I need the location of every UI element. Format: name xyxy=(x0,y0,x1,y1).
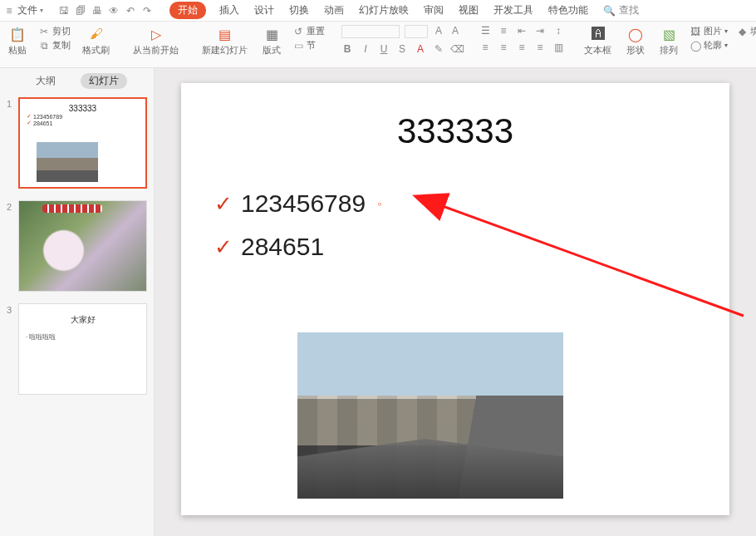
reset-icon: ↺ xyxy=(292,26,304,37)
undo-icon[interactable]: ↶ xyxy=(125,5,136,17)
workspace: 大纲 幻灯片 1 333333 ✓123456789 ✓284651 2 xyxy=(0,68,756,536)
new-slide-icon: ▤ xyxy=(218,25,231,43)
search-box[interactable]: 🔍 查找 xyxy=(603,3,639,17)
side-tabs: 大纲 幻灯片 xyxy=(0,68,154,94)
fill-icon: ◆ xyxy=(736,26,748,37)
align-center-icon[interactable]: ≡ xyxy=(498,42,509,53)
indent-dec-icon[interactable]: ⇤ xyxy=(516,25,528,37)
size-box[interactable] xyxy=(405,25,428,38)
thumb-number: 2 xyxy=(7,200,13,292)
canvas-area: 333333 ✓ 123456789 ◦ ✓ 284651 xyxy=(155,68,756,536)
line-spacing-icon[interactable]: ↕ xyxy=(552,25,564,37)
thumbnail-2[interactable] xyxy=(18,200,147,292)
new-slide-label: 新建幻灯片 xyxy=(202,44,248,57)
save-as-icon[interactable]: 🗐 xyxy=(75,5,86,17)
slide[interactable]: 333333 ✓ 123456789 ◦ ✓ 284651 xyxy=(181,83,729,515)
thumb-image xyxy=(19,201,146,291)
play-icon: ▷ xyxy=(151,25,161,43)
redo-icon[interactable]: ↷ xyxy=(141,5,153,17)
arrange-label: 排列 xyxy=(660,44,678,57)
tab-dev[interactable]: 开发工具 xyxy=(492,2,535,19)
clipboard-side: ✂剪切 ⧉复制 xyxy=(38,25,71,52)
shapes-group[interactable]: ◯ 形状 xyxy=(623,25,648,57)
copy-icon: ⧉ xyxy=(38,40,50,52)
search-label: 查找 xyxy=(619,3,639,17)
textbox-label: 文本框 xyxy=(584,44,611,57)
paste-icon: 📋 xyxy=(9,25,26,43)
bullet-item[interactable]: ✓ 123456789 ◦ xyxy=(214,189,696,218)
slide-side: ↺重置 ▭节 xyxy=(292,25,325,52)
pictures-button[interactable]: 🖼图片▾ xyxy=(690,25,728,37)
outline-icon: ◯ xyxy=(690,40,701,52)
slides-tab[interactable]: 幻灯片 xyxy=(81,73,127,89)
tab-animation[interactable]: 动画 xyxy=(322,2,346,19)
highlight-icon[interactable]: ✎ xyxy=(433,43,444,55)
slide-panel: 大纲 幻灯片 1 333333 ✓123456789 ✓284651 2 xyxy=(0,68,155,536)
tab-special[interactable]: 特色功能 xyxy=(547,2,590,19)
bullet-item[interactable]: ✓ 284651 xyxy=(214,233,696,261)
font-color-icon[interactable]: A xyxy=(415,43,426,55)
new-slide-group[interactable]: ▤ 新建幻灯片 xyxy=(199,25,251,57)
textbox-group[interactable]: 🅰 文本框 xyxy=(581,25,615,57)
tab-design[interactable]: 设计 xyxy=(253,2,276,19)
thumbnail-1[interactable]: 333333 ✓123456789 ✓284651 xyxy=(18,97,147,189)
section-button[interactable]: ▭节 xyxy=(292,39,325,52)
tab-view[interactable]: 视图 xyxy=(457,2,480,19)
cut-button[interactable]: ✂剪切 xyxy=(38,25,71,37)
align-right-icon[interactable]: ≡ xyxy=(516,42,528,53)
numbering-icon[interactable]: ≡ xyxy=(498,25,509,37)
thumb-bullet: ✓284651 xyxy=(27,120,139,126)
file-menu[interactable]: ≡ 文件 ▾ xyxy=(3,3,43,17)
font-box[interactable] xyxy=(341,25,400,38)
arrange-icon: ▧ xyxy=(663,25,675,43)
tab-insert[interactable]: 插入 xyxy=(218,2,241,19)
bullets-icon[interactable]: ☰ xyxy=(479,25,491,37)
thumbnails: 1 333333 ✓123456789 ✓284651 2 3 大家好 xyxy=(0,94,154,536)
indent-inc-icon[interactable]: ⇥ xyxy=(534,25,546,37)
search-icon: 🔍 xyxy=(603,5,616,17)
textbox-icon: 🅰 xyxy=(592,25,605,43)
brush-icon: 🖌 xyxy=(90,25,103,43)
strike-icon[interactable]: S xyxy=(396,43,408,55)
fill-button[interactable]: ◆填充▾ xyxy=(736,25,756,37)
tab-slideshow[interactable]: 幻灯片放映 xyxy=(357,2,410,19)
format-painter-group[interactable]: 🖌 格式刷 xyxy=(79,25,113,57)
slide-title[interactable]: 333333 xyxy=(214,111,696,151)
paste-group[interactable]: 📋 粘贴 xyxy=(5,25,30,57)
fill-label: 填充 xyxy=(750,25,756,37)
cursor-dot-icon: ◦ xyxy=(377,197,381,210)
copy-button[interactable]: ⧉复制 xyxy=(38,39,71,52)
tab-start[interactable]: 开始 xyxy=(169,2,206,19)
grow-font-icon[interactable]: A xyxy=(433,25,444,37)
print-icon[interactable]: 🖶 xyxy=(91,5,103,17)
slide-bullets[interactable]: ✓ 123456789 ◦ ✓ 284651 xyxy=(214,189,696,261)
slide-image[interactable] xyxy=(297,332,563,499)
check-icon: ✓ xyxy=(27,113,32,120)
outline-button[interactable]: ◯轮廓▾ xyxy=(690,39,728,52)
reset-button[interactable]: ↺重置 xyxy=(292,25,325,37)
shapes-icon: ◯ xyxy=(628,25,643,43)
thumbnail-3[interactable]: 大家好 · 啦啦啦啦 xyxy=(18,303,147,395)
copy-label: 复制 xyxy=(52,39,71,52)
layout-group[interactable]: ▦ 版式 xyxy=(259,25,284,57)
columns-icon[interactable]: ▥ xyxy=(552,42,564,53)
clear-format-icon[interactable]: ⌫ xyxy=(451,43,463,55)
bullet-text: 123456789 xyxy=(241,189,366,218)
outline-tab[interactable]: 大纲 xyxy=(27,73,64,89)
paragraph-tools: ☰ ≡ ⇤ ⇥ ↕ ≡ ≡ ≡ ≡ ▥ xyxy=(479,25,564,53)
save-icon[interactable]: 🖫 xyxy=(58,5,70,17)
thumb-image xyxy=(37,142,98,182)
tab-review[interactable]: 审阅 xyxy=(422,2,445,19)
align-left-icon[interactable]: ≡ xyxy=(479,42,491,53)
underline-icon[interactable]: U xyxy=(378,43,390,55)
thumb-title: 大家好 xyxy=(26,314,140,326)
arrange-group[interactable]: ▧ 排列 xyxy=(656,25,681,57)
print-preview-icon[interactable]: 👁 xyxy=(108,5,120,17)
shrink-font-icon[interactable]: A xyxy=(449,25,461,37)
justify-icon[interactable]: ≡ xyxy=(534,42,546,53)
tab-transition[interactable]: 切换 xyxy=(287,2,311,19)
from-current-group[interactable]: ▷ 从当前开始 xyxy=(130,25,182,57)
italic-icon[interactable]: I xyxy=(360,43,371,55)
font-tools: A A B I U S A ✎ ⌫ xyxy=(341,25,463,55)
bold-icon[interactable]: B xyxy=(341,43,353,55)
